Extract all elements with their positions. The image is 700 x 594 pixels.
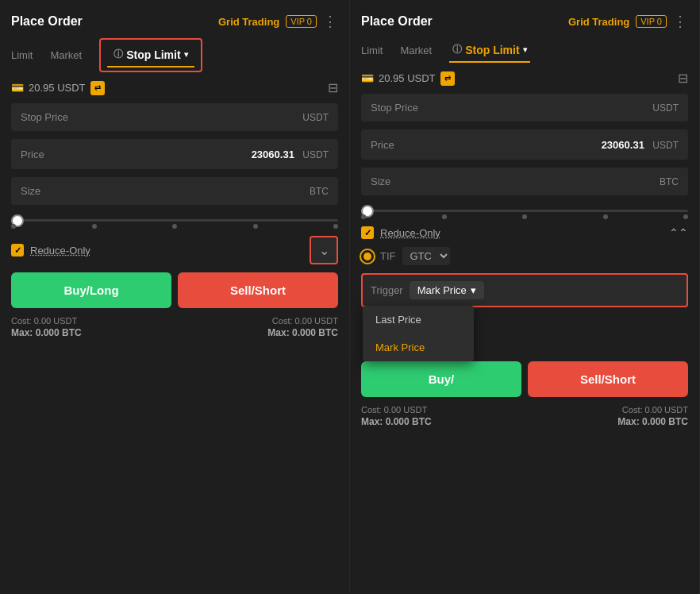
right-reduce-checkbox[interactable] [361, 226, 374, 239]
right-dot-4 [603, 214, 608, 219]
left-price-value: 23060.31 [252, 148, 294, 160]
right-collapse-btn[interactable]: ⌃⌃ [669, 226, 688, 239]
right-balance-amount: 20.95 USDT [379, 72, 436, 84]
right-reduce-row: Reduce-Only [361, 226, 440, 239]
left-tabs: Limit Market ⓘ Stop Limit ▾ [11, 38, 338, 72]
right-slider-row[interactable] [361, 203, 688, 218]
right-panel: Place Order Grid Trading VIP 0 ⋮ Limit M… [350, 0, 700, 594]
right-trigger-value: Mark Price [417, 284, 467, 296]
left-stop-price-currency: USDT [302, 112, 329, 123]
left-header-right: Grid Trading VIP 0 ⋮ [218, 13, 338, 30]
right-stop-price-label: Stop Price [371, 102, 418, 114]
left-expand-btn[interactable]: ⌄ [310, 236, 338, 264]
left-price-label: Price [21, 148, 44, 160]
left-price-row[interactable]: Price 23060.31 USDT [11, 139, 338, 169]
left-calc-icon[interactable]: ⊟ [328, 80, 338, 95]
left-tab-stop-limit[interactable]: ⓘ Stop Limit ▾ [107, 43, 194, 68]
left-dots-menu[interactable]: ⋮ [323, 13, 338, 30]
right-dots-menu[interactable]: ⋮ [673, 13, 688, 30]
right-tabs: Limit Market ⓘ Stop Limit ▾ [361, 38, 688, 63]
left-dot-5 [333, 224, 338, 229]
left-max-buy-label: Max: 0.000 BTC [11, 327, 82, 338]
left-btn-row: Buy/Long Sell/Short [11, 272, 338, 308]
left-grid-trading[interactable]: Grid Trading [218, 16, 279, 28]
right-vip-badge: VIP 0 [636, 15, 667, 28]
right-card-icon: 💳 [361, 72, 374, 84]
right-tif-radio[interactable] [361, 250, 374, 263]
right-buy-btn[interactable]: Buy/ [361, 361, 521, 397]
right-tif-select[interactable]: GTC IOC FOK [402, 247, 450, 265]
left-cost-buy: Cost: 0.00 USDT Max: 0.000 BTC [11, 316, 82, 338]
right-trigger-label: Trigger [371, 284, 403, 296]
right-cost-buy: Cost: 0.00 USDT Max: 0.000 BTC [361, 405, 432, 427]
right-dropdown-mark-price[interactable]: Mark Price [363, 334, 474, 361]
left-card-icon: 💳 [11, 82, 24, 94]
right-dot-3 [522, 214, 527, 219]
left-dot-3 [172, 224, 177, 229]
right-calc-icon[interactable]: ⊟ [678, 71, 688, 86]
right-trigger-row: Trigger Mark Price ▾ [363, 275, 687, 306]
right-grid-trading[interactable]: Grid Trading [568, 16, 629, 28]
right-header-right: Grid Trading VIP 0 ⋮ [568, 13, 688, 30]
left-stop-price-label: Stop Price [21, 111, 68, 123]
right-tif-label: TIF [380, 250, 396, 262]
left-size-row[interactable]: Size BTC [11, 177, 338, 205]
right-stop-price-row[interactable]: Stop Price USDT [361, 94, 688, 122]
left-price-value-group: 23060.31 USDT [252, 147, 329, 161]
right-slider-dots [361, 214, 688, 219]
right-panel-title: Place Order [361, 14, 433, 29]
left-dot-4 [253, 224, 258, 229]
left-stop-limit-label: Stop Limit [126, 48, 180, 61]
right-size-row[interactable]: Size BTC [361, 168, 688, 195]
right-size-label: Size [371, 176, 390, 187]
left-stop-price-row[interactable]: Stop Price USDT [11, 103, 338, 131]
right-stop-limit-info-icon: ⓘ [452, 43, 462, 56]
right-reduce-expand-row: Reduce-Only ⌃⌃ [361, 226, 688, 239]
stop-limit-info-icon: ⓘ [113, 48, 123, 61]
right-price-value-group: 23060.31 USDT [602, 137, 679, 152]
left-sell-btn[interactable]: Sell/Short [178, 272, 338, 308]
left-buy-btn[interactable]: Buy/Long [11, 272, 171, 308]
left-vip-badge: VIP 0 [286, 15, 317, 28]
right-trigger-select-btn[interactable]: Mark Price ▾ [410, 281, 484, 299]
left-balance-amount: 20.95 USDT [29, 82, 86, 94]
left-cost-sell-label: Cost: 0.00 USDT [267, 316, 338, 326]
right-dot-2 [442, 214, 447, 219]
right-sell-btn[interactable]: Sell/Short [528, 361, 688, 397]
right-dot-1 [361, 214, 366, 219]
right-balance-row: 💳 20.95 USDT ⇄ ⊟ [361, 71, 688, 86]
left-size-label: Size [21, 185, 40, 197]
right-tif-row: TIF GTC IOC FOK [361, 247, 688, 265]
left-header: Place Order Grid Trading VIP 0 ⋮ [11, 13, 338, 30]
right-tab-limit[interactable]: Limit [361, 40, 390, 61]
left-swap-icon[interactable]: ⇄ [90, 81, 105, 95]
right-balance-info: 💳 20.95 USDT ⇄ [361, 71, 455, 86]
right-tab-market[interactable]: Market [400, 40, 440, 61]
right-trigger-dropdown: Last Price Mark Price [363, 306, 474, 361]
left-expand-chevron-icon: ⌄ [319, 243, 329, 258]
left-max-sell-label: Max: 0.000 BTC [267, 327, 338, 338]
right-price-currency: USDT [652, 140, 679, 151]
left-tab-limit[interactable]: Limit [11, 44, 40, 66]
right-max-buy-label: Max: 0.000 BTC [361, 416, 432, 427]
left-reduce-checkbox[interactable] [11, 244, 24, 256]
left-cost-sell: Cost: 0.00 USDT Max: 0.000 BTC [267, 316, 338, 338]
right-header: Place Order Grid Trading VIP 0 ⋮ [361, 13, 688, 30]
left-dot-2 [92, 224, 97, 229]
right-slider-track[interactable] [361, 210, 688, 212]
left-tab-stop-limit-container[interactable]: ⓘ Stop Limit ▾ [99, 38, 202, 72]
right-swap-icon[interactable]: ⇄ [440, 71, 455, 86]
left-price-currency: USDT [302, 149, 329, 160]
right-stop-price-currency: USDT [652, 102, 679, 114]
right-dropdown-last-price[interactable]: Last Price [363, 306, 474, 334]
left-slider-track[interactable] [11, 219, 338, 222]
right-tab-stop-limit[interactable]: ⓘ Stop Limit ▾ [449, 38, 529, 63]
left-tab-market[interactable]: Market [50, 44, 90, 66]
left-reduce-label: Reduce-Only [30, 245, 90, 256]
right-trigger-container: Trigger Mark Price ▾ Last Price Mark Pri… [361, 273, 688, 307]
left-panel: Place Order Grid Trading VIP 0 ⋮ Limit M… [0, 0, 350, 594]
left-dot-1 [11, 224, 16, 229]
left-slider-row[interactable] [11, 213, 338, 228]
right-stop-limit-label: Stop Limit [465, 44, 519, 56]
right-price-row[interactable]: Price 23060.31 USDT [361, 129, 688, 160]
